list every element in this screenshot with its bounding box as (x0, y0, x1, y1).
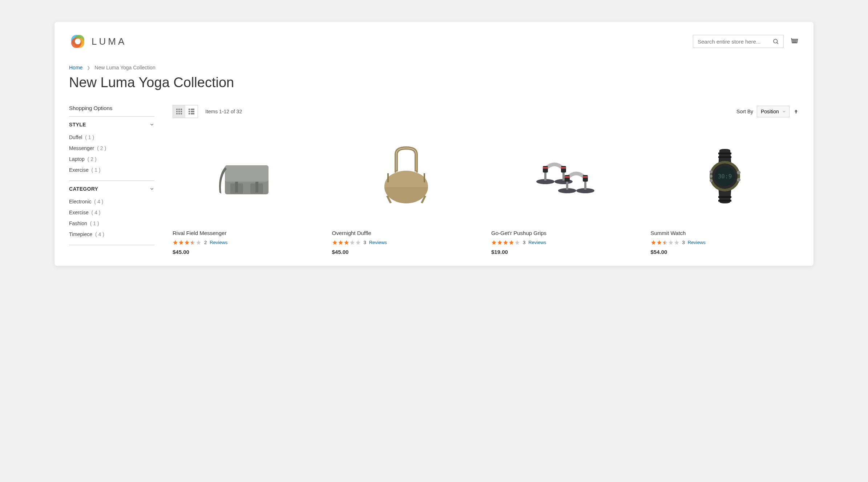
svg-rect-18 (189, 111, 190, 112)
svg-rect-11 (178, 111, 180, 112)
product-image (173, 129, 321, 223)
toolbar: Items 1-12 of 32 Sort By Position (173, 105, 799, 118)
facet-item-messenger[interactable]: Messenger ( 2 ) (69, 143, 154, 154)
product-card[interactable]: Go-Get'r Pushup Grips 3 Reviews $19.00 (491, 129, 640, 255)
product-price: $45.00 (173, 249, 321, 255)
svg-rect-30 (424, 173, 425, 182)
svg-rect-32 (561, 166, 566, 173)
facet-style-items: Duffel ( 1 ) Messenger ( 2 ) Laptop ( 2 … (69, 132, 154, 175)
svg-rect-19 (191, 111, 194, 112)
product-reviews[interactable]: 3 Reviews (491, 240, 640, 245)
logo-icon (69, 33, 86, 50)
svg-rect-17 (191, 109, 194, 110)
svg-rect-38 (562, 173, 565, 181)
facet-category-items: Electronic ( 4 ) Exercise ( 4 ) Fashion … (69, 196, 154, 240)
facet-item-label: Exercise (69, 167, 89, 173)
facet-item-fashion[interactable]: Fashion ( 1 ) (69, 218, 154, 229)
breadcrumb: Home ❯ New Luma Yoga Collection (69, 65, 799, 70)
facet-item-label: Duffel (69, 134, 82, 140)
search-input[interactable] (698, 39, 772, 45)
product-price: $45.00 (332, 249, 481, 255)
sidebar: Shopping Options STYLE Duffel ( 1 ) Mess… (69, 105, 154, 255)
svg-rect-21 (191, 113, 194, 114)
facet-item-exercise-cat[interactable]: Exercise ( 4 ) (69, 207, 154, 218)
search-icon[interactable] (772, 38, 779, 45)
main: Items 1-12 of 32 Sort By Position (173, 105, 799, 255)
breadcrumb-current: New Luma Yoga Collection (94, 65, 155, 70)
review-label: Reviews (210, 240, 227, 245)
facet-item-electronic[interactable]: Electronic ( 4 ) (69, 196, 154, 207)
layout: Shopping Options STYLE Duffel ( 1 ) Mess… (69, 105, 799, 255)
sort-select[interactable]: Position (757, 106, 790, 117)
rating-stars (651, 240, 679, 245)
product-image: 30:9 (651, 129, 799, 223)
svg-rect-7 (176, 109, 178, 110)
facet-style-header[interactable]: STYLE (69, 122, 154, 127)
facet-item-exercise[interactable]: Exercise ( 1 ) (69, 165, 154, 175)
logo[interactable]: LUMA (69, 33, 126, 50)
svg-point-58 (737, 171, 740, 174)
rating-stars (173, 240, 201, 245)
facet-item-label: Electronic (69, 199, 91, 204)
svg-rect-27 (255, 182, 258, 193)
facet-category-header[interactable]: CATEGORY (69, 186, 154, 192)
svg-rect-37 (544, 173, 546, 181)
facet-item-duffel[interactable]: Duffel ( 1 ) (69, 132, 154, 143)
svg-text:30:9: 30:9 (718, 173, 732, 180)
product-price: $19.00 (491, 249, 640, 255)
product-price: $54.00 (651, 249, 799, 255)
svg-point-56 (710, 175, 712, 178)
review-count: 3 (523, 240, 525, 245)
header-actions (693, 35, 799, 48)
search-box[interactable] (693, 35, 784, 48)
page-container: LUMA Home ❯ New Luma Yoga Collection New… (54, 22, 814, 266)
view-mode-grid[interactable] (173, 105, 185, 118)
svg-rect-14 (178, 113, 180, 114)
facet-item-laptop[interactable]: Laptop ( 2 ) (69, 154, 154, 165)
rating-stars (491, 240, 520, 245)
facet-item-count: ( 2 ) (88, 156, 97, 162)
chevron-right-icon: ❯ (87, 65, 90, 70)
breadcrumb-home[interactable]: Home (69, 65, 82, 70)
facet-item-count: ( 4 ) (95, 231, 104, 237)
product-card[interactable]: Rival Field Messenger 2 Reviews $45.00 (173, 129, 321, 255)
sort-direction-icon[interactable] (793, 109, 799, 114)
facet-item-label: Timepiece (69, 231, 92, 237)
facet-item-timepiece[interactable]: Timepiece ( 4 ) (69, 229, 154, 240)
svg-rect-33 (543, 167, 548, 169)
logo-text: LUMA (92, 36, 126, 47)
view-mode-switcher (173, 105, 198, 118)
view-mode-list[interactable] (185, 105, 198, 118)
facet-item-count: ( 1 ) (90, 220, 99, 226)
product-reviews[interactable]: 3 Reviews (651, 240, 799, 245)
svg-rect-34 (561, 167, 566, 169)
svg-rect-13 (176, 113, 178, 114)
svg-point-59 (737, 178, 740, 182)
product-card[interactable]: Overnight Duffle 3 Reviews $45.00 (332, 129, 481, 255)
svg-rect-15 (181, 113, 182, 114)
chevron-down-icon (149, 122, 154, 127)
svg-rect-31 (543, 166, 548, 173)
facet-category-title: CATEGORY (69, 186, 98, 192)
svg-rect-9 (181, 109, 182, 110)
svg-rect-26 (235, 182, 238, 193)
page-title: New Luma Yoga Collection (69, 75, 799, 90)
svg-rect-20 (189, 113, 190, 114)
facet-item-label: Exercise (69, 210, 89, 215)
svg-rect-46 (584, 182, 586, 190)
svg-rect-39 (565, 175, 570, 182)
cart-icon[interactable] (790, 37, 799, 46)
product-card[interactable]: 30:9 Summit Watch 3 Reviews (651, 129, 799, 255)
review-label: Reviews (369, 240, 387, 245)
facet-item-count: ( 1 ) (92, 167, 101, 173)
svg-rect-8 (178, 109, 180, 110)
product-name: Go-Get'r Pushup Grips (491, 230, 640, 236)
svg-rect-41 (565, 176, 570, 178)
svg-rect-45 (566, 182, 568, 190)
product-reviews[interactable]: 2 Reviews (173, 240, 321, 245)
chevron-down-icon (149, 186, 154, 191)
svg-rect-29 (387, 173, 389, 182)
product-reviews[interactable]: 3 Reviews (332, 240, 481, 245)
toolbar-left: Items 1-12 of 32 (173, 105, 242, 118)
grid-icon (176, 109, 182, 114)
